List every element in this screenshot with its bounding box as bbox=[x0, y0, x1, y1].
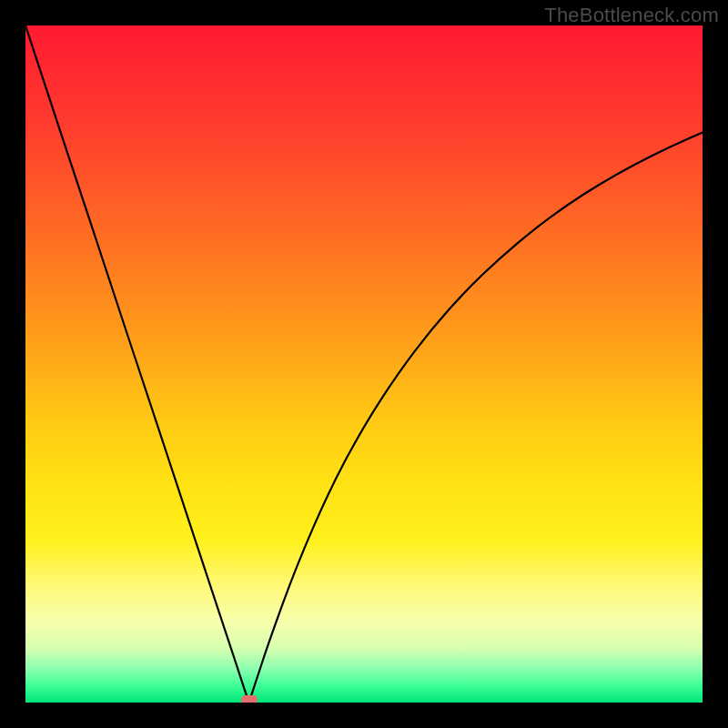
curve-svg bbox=[25, 25, 703, 703]
notch-marker bbox=[241, 695, 258, 703]
bottleneck-curve bbox=[25, 25, 703, 703]
chart-container: TheBottleneck.com bbox=[0, 0, 728, 728]
watermark-text: TheBottleneck.com bbox=[544, 4, 719, 27]
plot-area bbox=[25, 25, 703, 703]
